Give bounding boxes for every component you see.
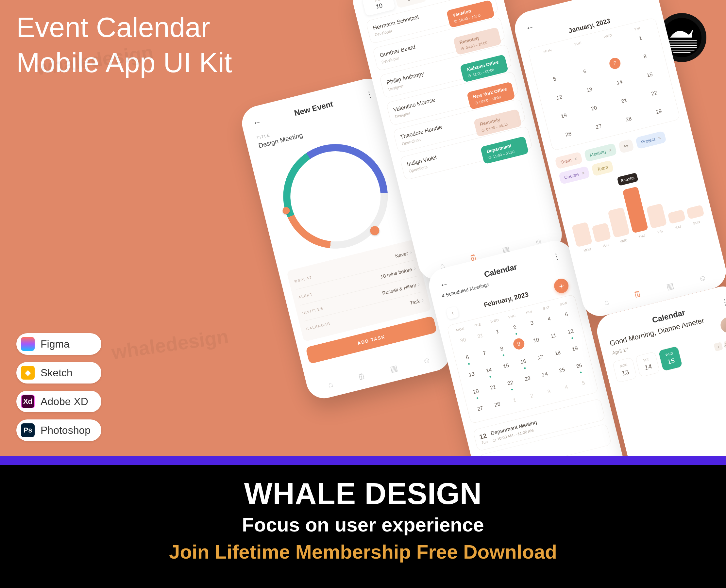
calendar-day[interactable]: 23	[518, 371, 538, 387]
calendar-day[interactable]: 12	[561, 323, 581, 340]
bar[interactable]	[667, 209, 686, 224]
nav-list-icon[interactable]: ▤	[665, 281, 675, 292]
dial-handle-icon[interactable]	[282, 206, 290, 215]
calendar-day[interactable]: 31	[470, 328, 490, 344]
calendar-day[interactable]: 21	[483, 379, 503, 396]
footer-tagline: Focus on user experience	[0, 513, 726, 536]
chip-project[interactable]: Project×	[636, 131, 667, 149]
month-label: February, 2023	[483, 290, 529, 309]
calendar-day[interactable]: 28	[487, 396, 508, 413]
bar[interactable]	[608, 207, 630, 238]
calendar-day[interactable]: 5	[556, 307, 577, 323]
time-dial[interactable]: 16:00 till. 18.00	[272, 133, 399, 260]
calendar-day[interactable]: 26	[552, 124, 585, 144]
day-tab[interactable]: TUE10	[362, 0, 396, 16]
calendar-day[interactable]: 22	[638, 84, 671, 103]
calendar-day[interactable]: 5	[573, 375, 593, 391]
bar[interactable]	[572, 222, 593, 247]
calendar-day[interactable]: 9	[512, 337, 526, 351]
calendar-day[interactable]: 8	[629, 47, 662, 66]
more-icon[interactable]: ⋮	[552, 251, 562, 262]
bar[interactable]	[646, 203, 667, 229]
calendar-day[interactable]: 1	[487, 323, 508, 340]
calendar-day[interactable]: 29	[642, 102, 675, 122]
chip-team[interactable]: Team×	[555, 152, 583, 169]
calendar-day[interactable]: 17	[530, 349, 551, 365]
pill-sketch: ◆ Sketch	[16, 362, 101, 383]
dial-time: 16:00	[320, 184, 350, 203]
bar[interactable]	[686, 205, 704, 219]
calendar-day[interactable]: 8	[492, 341, 512, 357]
calendar-day[interactable]: 19	[565, 341, 585, 357]
footer-cta[interactable]: Join Lifetime Membership Free Download	[0, 541, 726, 563]
watermark: whaledesign	[110, 325, 230, 363]
calendar-day[interactable]: 6	[457, 349, 478, 365]
calendar-day[interactable]: 4	[556, 379, 576, 396]
back-icon[interactable]: ←	[525, 22, 536, 33]
pill-label: Figma	[41, 338, 69, 350]
close-icon[interactable]: ×	[581, 170, 585, 176]
calendar-day[interactable]: 27	[582, 117, 615, 136]
calendar-day[interactable]: 2	[505, 319, 525, 335]
nav-calendar-icon[interactable]: 🗓	[357, 372, 366, 382]
nav-profile-icon[interactable]: ☺	[698, 273, 708, 284]
chip-pr[interactable]: Pr	[618, 139, 634, 153]
calendar-day[interactable]: 20	[577, 99, 610, 118]
calendar-day[interactable]: 15	[496, 358, 516, 374]
calendar-day[interactable]: 16	[513, 354, 533, 370]
photoshop-icon: Ps	[21, 423, 35, 437]
close-icon[interactable]: ×	[574, 156, 578, 162]
title-line-1: Event Calendar	[16, 12, 210, 43]
close-icon[interactable]: ×	[658, 135, 662, 141]
week-cell-current[interactable]: WED15	[658, 345, 683, 372]
chip-team2[interactable]: Team	[591, 160, 614, 176]
chip-meeting[interactable]: Meeting×	[584, 143, 617, 162]
calendar-day[interactable]: 19	[547, 106, 580, 126]
calendar-day[interactable]: 24	[535, 366, 555, 382]
nav-home-icon[interactable]: ⌂	[327, 380, 334, 390]
calendar-day[interactable]: 15	[633, 65, 666, 85]
nav-calendar-icon[interactable]: 🗓	[632, 289, 642, 300]
calendar-day[interactable]: 13	[573, 80, 606, 100]
calendar-day[interactable]: 2	[522, 388, 542, 404]
calendar-day[interactable]: 30	[453, 332, 473, 349]
calendar-day[interactable]: 11	[543, 328, 564, 344]
calendar-day[interactable]: 18	[547, 345, 568, 361]
calendar-day[interactable]: 21	[608, 91, 641, 111]
more-icon[interactable]: ⋮	[365, 89, 375, 100]
calendar-day[interactable]: 26	[569, 358, 589, 374]
chevron-left-icon[interactable]: ‹	[713, 342, 723, 352]
calendar-day[interactable]: 28	[612, 109, 645, 129]
calendar-day[interactable]: 20	[466, 383, 486, 400]
chip-course[interactable]: Course×	[558, 166, 590, 185]
calendar-day[interactable]: 3	[522, 315, 542, 331]
calendar-day[interactable]: 6	[568, 62, 601, 81]
calendar-day[interactable]: 25	[552, 362, 572, 378]
calendar-day[interactable]: 13	[462, 366, 482, 382]
calendar-day[interactable]: 14	[603, 73, 636, 92]
tool-pill-list: Figma ◆ Sketch Xd Adobe XD Ps Photoshop	[16, 333, 101, 441]
hero-banner: Event Calendar Mobile App UI Kit whalede…	[0, 0, 726, 456]
calendar-day[interactable]: 14	[479, 362, 499, 378]
bar[interactable]	[592, 223, 611, 243]
add-event-fab[interactable]: ＋	[552, 277, 570, 294]
week-cell[interactable]: MON13	[612, 357, 637, 383]
calendar-day[interactable]: 7	[608, 57, 621, 70]
nav-profile-icon[interactable]: ☺	[422, 355, 432, 366]
pill-label: Adobe XD	[41, 396, 88, 408]
calendar-day[interactable]: 4	[539, 311, 559, 327]
close-icon[interactable]: ×	[608, 147, 612, 153]
calendar-day[interactable]: 10	[526, 332, 547, 349]
nav-home-icon[interactable]: ⌂	[603, 297, 610, 308]
calendar-day[interactable]: 22	[500, 375, 520, 391]
week-cell[interactable]: TUE14	[635, 352, 660, 377]
calendar-day[interactable]: 12	[543, 87, 576, 107]
calendar-day[interactable]: 5	[538, 69, 571, 89]
calendar-day[interactable]: 27	[470, 400, 490, 417]
calendar-day[interactable]: 3	[539, 383, 559, 400]
calendar-day[interactable]: 7	[474, 345, 495, 361]
prev-month-button[interactable]: ‹	[446, 306, 459, 319]
calendar-day[interactable]: 1	[504, 392, 525, 408]
nav-list-icon[interactable]: ▤	[389, 363, 399, 374]
dial-handle-icon[interactable]	[369, 225, 380, 236]
